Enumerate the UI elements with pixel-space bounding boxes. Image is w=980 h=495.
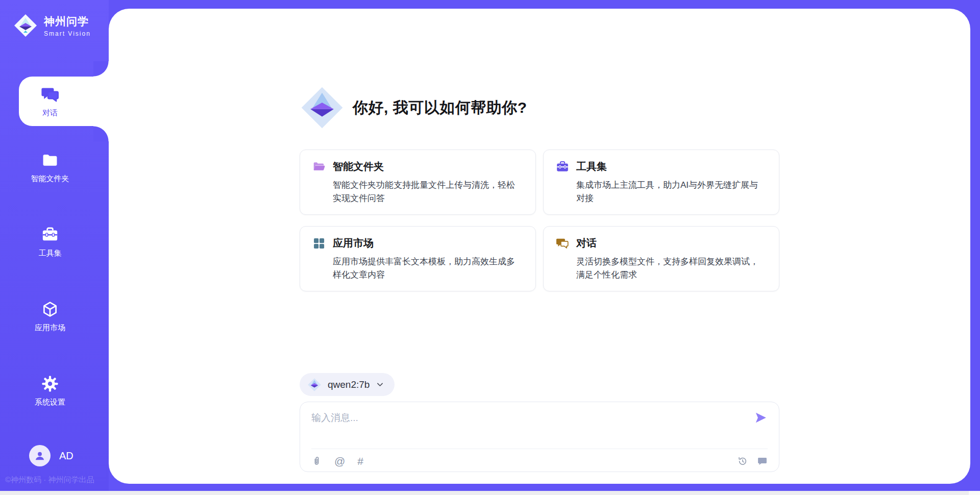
grid-icon [312, 237, 326, 250]
sidebar-item-app-market[interactable]: 应用市场 [0, 301, 100, 333]
topic-button[interactable]: # [357, 456, 363, 466]
card-smart-folder[interactable]: 智能文件夹 智能文件夹功能支持批量文件上传与清洗，轻松实现文件问答 [300, 150, 536, 215]
sidebar-item-label: 工具集 [39, 249, 62, 258]
gear-icon [41, 375, 59, 392]
tab-curve-bottom [93, 126, 109, 141]
assistant-diamond-icon [300, 85, 345, 130]
model-name: qwen2:7b [328, 379, 370, 390]
greeting-title: 你好, 我可以如何帮助你? [353, 97, 527, 118]
card-title: 应用市场 [333, 236, 374, 250]
card-title: 智能文件夹 [333, 160, 384, 174]
folder-open-icon [312, 160, 326, 174]
sidebar-item-settings[interactable]: 系统设置 [0, 375, 100, 407]
user-name: AD [59, 450, 74, 462]
app-subtitle: Smart Vision [44, 30, 91, 37]
hash-icon: # [357, 456, 363, 466]
history-button[interactable] [737, 456, 748, 466]
person-icon [33, 449, 46, 462]
model-diamond-icon [307, 378, 322, 392]
briefcase-icon [41, 226, 59, 243]
feature-cards: 智能文件夹 智能文件夹功能支持批量文件上传与清洗，轻松实现文件问答 工具集 集成… [300, 150, 779, 291]
card-title: 工具集 [576, 160, 607, 174]
sidebar-item-label: 应用市场 [35, 323, 65, 333]
horizontal-scrollbar[interactable] [0, 491, 980, 495]
chat-bubble-icon [757, 456, 768, 466]
brand-diamond-icon [13, 13, 38, 38]
send-button[interactable] [754, 411, 768, 426]
card-title: 对话 [576, 236, 597, 250]
card-toolset[interactable]: 工具集 集成市场上主流工具，助力AI与外界无缝扩展与对接 [543, 150, 779, 215]
card-description: 灵活切换多模型文件，支持多样回复效果调试，满足个性化需求 [576, 255, 767, 282]
sidebar-item-smart-folder[interactable]: 智能文件夹 [0, 152, 100, 184]
avatar [29, 445, 51, 466]
card-description: 集成市场上主流工具，助力AI与外界无缝扩展与对接 [576, 179, 767, 205]
main-panel: 你好, 我可以如何帮助你? 智能文件夹 智能文件夹功能支持批量文件上传与清洗，轻… [109, 9, 970, 484]
mention-button[interactable]: @ [334, 456, 345, 466]
model-selector[interactable]: qwen2:7b [300, 373, 395, 396]
card-description: 智能文件夹功能支持批量文件上传与清洗，轻松实现文件问答 [333, 179, 523, 205]
composer-toolbar: @ # [311, 449, 768, 466]
card-app-market[interactable]: 应用市场 应用市场提供丰富长文本模板，助力高效生成多样化文章内容 [300, 226, 536, 291]
message-input[interactable] [311, 410, 754, 424]
send-icon [754, 411, 768, 425]
cube-icon [41, 301, 59, 318]
greeting-row: 你好, 我可以如何帮助你? [300, 85, 779, 130]
folder-icon [41, 152, 59, 169]
app-title: 神州问学 [44, 14, 91, 29]
sidebar: 神州问学 Smart Vision 对话 智能文件夹 工具集 应用市场 [0, 0, 109, 495]
user-profile[interactable]: AD [29, 445, 74, 466]
paperclip-icon [311, 456, 322, 466]
chat-icon [41, 85, 60, 104]
attach-file-button[interactable] [311, 456, 322, 466]
sidebar-item-label: 对话 [42, 108, 58, 118]
at-sign-icon: @ [334, 456, 345, 466]
sidebar-item-label: 系统设置 [35, 398, 65, 407]
app-logo: 神州问学 Smart Vision [13, 13, 91, 38]
chevron-down-icon [376, 380, 384, 389]
sidebar-item-chat[interactable]: 对话 [19, 77, 109, 126]
briefcase-icon [556, 160, 569, 174]
chat-icon [556, 237, 569, 250]
card-description: 应用市场提供丰富长文本模板，助力高效生成多样化文章内容 [333, 255, 523, 282]
message-composer: @ # [300, 402, 779, 472]
sidebar-item-label: 智能文件夹 [31, 174, 69, 184]
tab-curve-top [93, 61, 109, 77]
sidebar-item-toolset[interactable]: 工具集 [0, 226, 100, 258]
card-chat[interactable]: 对话 灵活切换多模型文件，支持多样回复效果调试，满足个性化需求 [543, 226, 779, 291]
feedback-button[interactable] [757, 456, 768, 466]
history-clock-icon [737, 456, 748, 466]
copyright-text: ©神州数码 · 神州问学出品 [5, 475, 94, 485]
